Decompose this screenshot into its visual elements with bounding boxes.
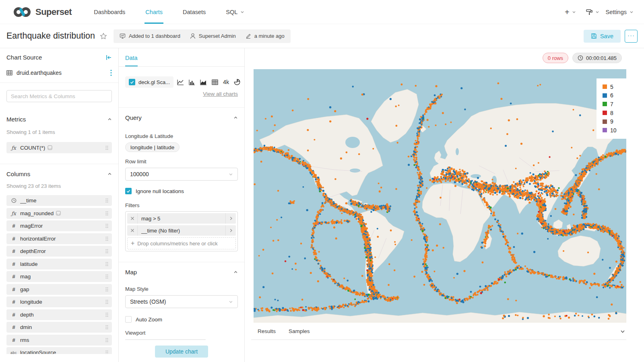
nav-item-sql[interactable]: SQL [219, 0, 252, 24]
filter-item[interactable]: __time (No filter) [127, 225, 236, 236]
metric-item[interactable]: ƒx COUNT(*) [6, 142, 112, 153]
superset-logo[interactable]: Superset [13, 6, 72, 18]
drag-handle-icon[interactable] [105, 224, 108, 228]
auto-zoom-checkbox-row[interactable]: Auto Zoom [125, 316, 238, 323]
favorite-star-icon[interactable] [100, 33, 107, 40]
divider [0, 82, 118, 83]
column-item[interactable]: # mag [6, 271, 112, 282]
column-item[interactable]: # depthError [6, 246, 112, 257]
viz-type-selected[interactable]: deck.gl Sca... [125, 76, 173, 88]
tab-samples[interactable]: Samples [289, 328, 310, 334]
column-item[interactable]: # horizontalError [6, 233, 112, 244]
remove-filter-icon[interactable] [127, 213, 138, 224]
datasource-sidebar: Chart Source druid.earthquakes Metrics S… [0, 48, 119, 362]
drag-handle-icon[interactable] [105, 146, 108, 150]
collapse-sidebar-icon[interactable] [105, 55, 112, 60]
chevron-down-icon [229, 172, 233, 177]
column-item[interactable]: # rms [6, 335, 112, 346]
collapse-results-chevron-icon[interactable] [620, 329, 625, 334]
search-input[interactable] [6, 90, 112, 102]
column-label: depthError [20, 248, 46, 254]
pie-chart-icon[interactable] [234, 79, 240, 85]
map-style-label: Map Style [125, 286, 238, 292]
checkbox-checked-icon[interactable] [125, 188, 132, 194]
column-item[interactable]: ƒx mag_rounded [6, 208, 112, 219]
big-number-4k-icon[interactable]: 4k [223, 79, 229, 85]
column-item[interactable]: # longitude [6, 296, 112, 307]
drag-handle-icon[interactable] [105, 198, 108, 203]
column-label: magError [20, 223, 43, 229]
dataset-options-kebab-icon[interactable] [110, 70, 112, 76]
drag-handle-icon[interactable] [105, 274, 108, 279]
expand-filter-icon[interactable] [225, 213, 236, 224]
filter-item[interactable]: mag > 5 [127, 213, 236, 224]
column-type-icon: # [10, 274, 17, 280]
drag-handle-icon[interactable] [105, 313, 108, 317]
dataset-name[interactable]: druid.earthquakes [17, 70, 110, 76]
column-item[interactable]: # gap [6, 284, 112, 295]
columns-section-header[interactable]: Columns [6, 171, 112, 177]
column-item[interactable]: abc locationSource [6, 347, 112, 354]
column-item[interactable]: # depth [6, 309, 112, 320]
owner-badge[interactable]: Superset Admin [190, 33, 236, 39]
column-item[interactable]: # dmin [6, 322, 112, 333]
columns-count-text: Showing 23 of 23 items [6, 183, 112, 189]
legend-item[interactable]: 9 [603, 117, 626, 126]
map-section-header[interactable]: Map [125, 269, 238, 276]
lonlat-label: Longitude & Latitude [125, 133, 238, 139]
area-chart-icon[interactable] [200, 79, 207, 85]
dashboards-badge[interactable]: Added to 1 dashboard [120, 33, 180, 39]
legend-item[interactable]: 7 [603, 100, 626, 109]
metrics-section-header[interactable]: Metrics [6, 116, 112, 123]
drag-handle-icon[interactable] [105, 237, 108, 241]
tab-data[interactable]: Data [125, 55, 138, 66]
tab-results[interactable]: Results [258, 328, 276, 334]
row-limit-select[interactable]: 100000 [125, 168, 238, 181]
column-item[interactable]: __time [6, 195, 112, 206]
save-button[interactable]: Save [584, 30, 621, 43]
plus-icon: + [131, 240, 134, 247]
table-chart-icon[interactable] [212, 79, 218, 85]
drag-handle-icon[interactable] [105, 249, 108, 253]
more-options-button[interactable]: ··· [625, 30, 638, 43]
column-label: mag_rounded [20, 210, 54, 216]
nav-item-dashboards[interactable]: Dashboards [87, 0, 132, 24]
alerts-menu-button[interactable] [582, 9, 603, 15]
map-style-select[interactable]: Streets (OSM) [125, 295, 238, 308]
settings-menu[interactable]: Settings [606, 9, 634, 15]
drag-handle-icon[interactable] [105, 338, 108, 342]
expand-filter-icon[interactable] [225, 225, 236, 236]
column-item[interactable]: # magError [6, 220, 112, 231]
legend-item[interactable]: 10 [603, 126, 626, 135]
remove-filter-icon[interactable] [127, 225, 138, 236]
legend-item[interactable]: 5 [603, 82, 626, 91]
nav-item-charts[interactable]: Charts [138, 0, 170, 24]
drag-handle-icon[interactable] [105, 211, 108, 216]
drag-handle-icon[interactable] [105, 350, 108, 354]
legend-item[interactable]: 8 [603, 109, 626, 117]
legend-item[interactable]: 6 [603, 91, 626, 100]
row-limit-label: Row limit [125, 158, 238, 165]
filter-drop-zone[interactable]: + Drop columns/metrics here or click [127, 237, 236, 249]
last-modified-badge[interactable]: a minute ago [246, 33, 285, 39]
column-item[interactable]: # latitude [6, 259, 112, 269]
deckgl-scatter-map[interactable]: 5678910 [254, 69, 626, 323]
column-type-icon: # [10, 236, 17, 242]
column-type-icon: abc [10, 351, 17, 354]
bar-chart-icon[interactable] [189, 79, 195, 85]
query-section-header[interactable]: Query [125, 114, 238, 121]
drag-handle-icon[interactable] [105, 262, 108, 266]
drag-handle-icon[interactable] [105, 287, 108, 292]
view-all-charts-link[interactable]: View all charts [125, 91, 238, 97]
ignore-null-checkbox-row[interactable]: Ignore null locations [125, 188, 238, 194]
drag-handle-icon[interactable] [105, 325, 108, 329]
new-item-button[interactable]: + [561, 8, 579, 16]
checkbox-unchecked-icon[interactable] [125, 316, 132, 323]
lonlat-value-pill[interactable]: longitude | latitude [125, 142, 180, 152]
update-chart-button[interactable]: Update chart [155, 346, 208, 358]
drag-handle-icon[interactable] [105, 300, 108, 304]
nav-item-datasets[interactable]: Datasets [175, 0, 213, 24]
column-label: horizontalError [20, 236, 56, 242]
viewport-control[interactable]: Viewport [125, 330, 206, 340]
line-chart-icon[interactable] [177, 79, 184, 85]
